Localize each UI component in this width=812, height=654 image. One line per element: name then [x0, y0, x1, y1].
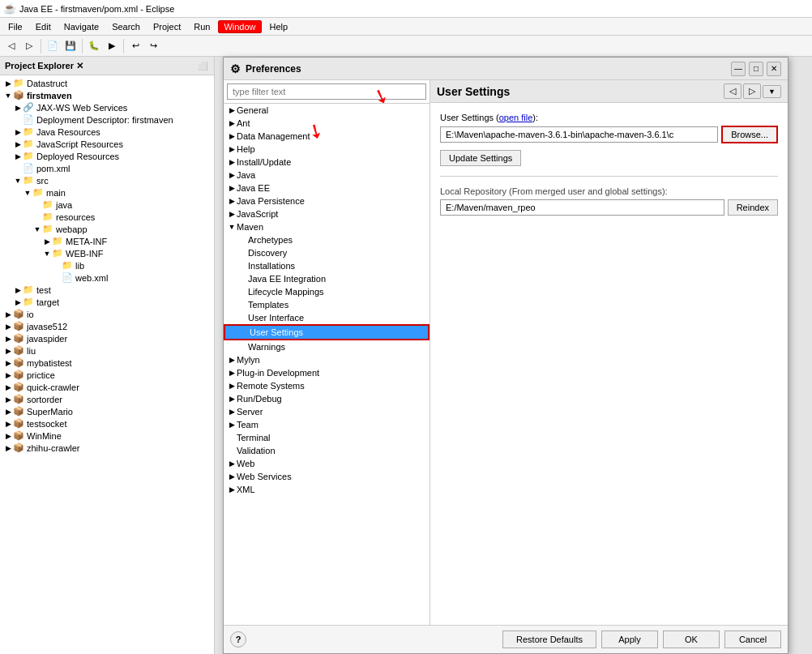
pref-tree-item[interactable]: ▶General — [224, 104, 430, 117]
panel-minimize-btn[interactable]: ⬜ — [196, 59, 209, 72]
toolbar-btn-redo[interactable]: ↪ — [145, 38, 161, 54]
pref-tree-item[interactable]: ▶Java Persistence — [224, 194, 430, 207]
tree-item[interactable]: ▶📦mybatistest — [0, 357, 214, 369]
tree-item[interactable]: ▶📁Deployed Resources — [0, 150, 214, 162]
tree-item[interactable]: ▶📦sortorder — [0, 393, 214, 405]
help-button[interactable]: ? — [230, 631, 246, 648]
pref-tree-item[interactable]: ▶Server — [224, 405, 430, 418]
menu-project[interactable]: Project — [148, 21, 186, 32]
tree-item[interactable]: 📄pom.xml — [0, 162, 214, 174]
tree-item[interactable]: ▶📦testsocket — [0, 417, 214, 430]
restore-defaults-button[interactable]: Restore Defaults — [502, 630, 596, 648]
tree-item[interactable]: 📄Deployment Descriptor: firstmaven — [0, 113, 214, 126]
toolbar-btn-new[interactable]: 📄 — [45, 38, 61, 54]
tree-item[interactable]: 📁lib — [0, 259, 214, 271]
tree-item[interactable]: ▶📦javaspider — [0, 332, 214, 344]
tree-item[interactable]: ▶📦liu — [0, 344, 214, 357]
pref-tree-item[interactable]: Archetypes — [224, 233, 430, 246]
dialog-minimize-btn[interactable]: — — [731, 62, 746, 76]
dialog-bottom-left: ? — [230, 630, 498, 648]
pref-tree-item[interactable]: ▶Web Services — [224, 470, 430, 483]
tree-item[interactable]: ▼📁WEB-INF — [0, 247, 214, 259]
tree-item[interactable]: ▼📁main — [0, 186, 214, 199]
toolbar-btn-debug[interactable]: 🐛 — [86, 38, 102, 54]
menu-navigate[interactable]: Navigate — [59, 21, 104, 32]
tree-item[interactable]: ▶📦prictice — [0, 369, 214, 381]
menu-edit[interactable]: Edit — [31, 21, 56, 32]
pref-tree-item[interactable]: ▶Ant — [224, 117, 430, 130]
pref-tree-item[interactable]: ▶Run/Debug — [224, 392, 430, 405]
toolbar-btn-fwd[interactable]: ▷ — [21, 38, 37, 54]
tree-label: webapp — [56, 224, 88, 234]
tree-item[interactable]: ▶📁test — [0, 284, 214, 296]
pref-tree-item[interactable]: ▶JavaScript — [224, 207, 430, 220]
pref-tree-arrow: ▶ — [227, 119, 237, 127]
pref-tree-item[interactable]: ▶Mylyn — [224, 353, 430, 366]
toolbar-btn-back[interactable]: ◁ — [3, 38, 19, 54]
menu-run[interactable]: Run — [189, 21, 215, 32]
open-file-link[interactable]: open file — [499, 113, 533, 122]
pref-tree-item[interactable]: ▶Java — [224, 169, 430, 182]
pref-nav-back[interactable]: ◁ — [724, 83, 741, 99]
pref-tree-item[interactable]: ▶Web — [224, 457, 430, 470]
tree-item[interactable]: ▼📁src — [0, 174, 214, 186]
tree-item[interactable]: ▶📦javase512 — [0, 320, 214, 332]
menu-file[interactable]: File — [3, 21, 28, 32]
cancel-button[interactable]: Cancel — [724, 630, 781, 648]
pref-tree-item[interactable]: ▶Plug-in Development — [224, 366, 430, 379]
pref-nav-dropdown[interactable]: ▼ — [763, 85, 781, 98]
ok-button[interactable]: OK — [663, 630, 720, 648]
toolbar-btn-run[interactable]: ▶ — [104, 38, 120, 54]
tree-item[interactable]: ▶📦quick-crawler — [0, 381, 214, 393]
pref-nav-fwd[interactable]: ▷ — [743, 83, 761, 99]
browse-button[interactable]: Browse... — [721, 126, 778, 143]
pref-tree-item[interactable]: ▶XML — [224, 483, 430, 496]
tree-item[interactable]: ▶📁target — [0, 296, 214, 308]
local-repo-input[interactable] — [440, 199, 724, 216]
pref-tree-item[interactable]: Discovery — [224, 246, 430, 259]
tree-item[interactable]: ▶📦zhihu-crawler — [0, 442, 214, 454]
tree-item[interactable]: ▶📦io — [0, 308, 214, 320]
user-settings-input[interactable] — [440, 126, 718, 143]
apply-button[interactable]: Apply — [601, 630, 658, 648]
tree-item[interactable]: 📄web.xml — [0, 271, 214, 284]
pref-tree-item[interactable]: Installations — [224, 259, 430, 272]
reindex-button[interactable]: Reindex — [728, 199, 778, 216]
pref-tree-item[interactable]: ▶Java EE — [224, 182, 430, 194]
update-settings-button[interactable]: Update Settings — [440, 150, 521, 166]
pref-tree-item[interactable]: Warnings — [224, 340, 430, 353]
pref-tree-item[interactable]: User Settings — [224, 324, 430, 340]
menu-window[interactable]: Window — [218, 20, 261, 33]
tree-item[interactable]: 📁resources — [0, 211, 214, 223]
pref-tree-item[interactable]: Terminal — [224, 431, 430, 444]
pref-tree-item[interactable]: Templates — [224, 298, 430, 311]
tree-item[interactable]: ▼📦firstmaven — [0, 89, 214, 101]
pref-search-input[interactable] — [227, 83, 426, 100]
pref-tree-item[interactable]: Validation — [224, 444, 430, 457]
dialog-maximize-btn[interactable]: □ — [749, 62, 763, 76]
pref-tree-item[interactable]: ▼Maven — [224, 220, 430, 233]
pref-tree-arrow: ▶ — [227, 145, 237, 153]
tree-item[interactable]: 📁java — [0, 199, 214, 211]
tree-item[interactable]: ▶🔗JAX-WS Web Services — [0, 101, 214, 113]
pref-tree-item[interactable]: ▶Remote Systems — [224, 379, 430, 392]
tree-item[interactable]: ▶📁Java Resources — [0, 126, 214, 138]
tree-item[interactable]: ▶📦SuperMario — [0, 405, 214, 417]
tree-item[interactable]: ▼📁webapp — [0, 223, 214, 235]
toolbar-btn-undo[interactable]: ↩ — [127, 38, 143, 54]
pref-tree-item[interactable]: ▶Install/Update — [224, 156, 430, 169]
dialog-close-btn[interactable]: ✕ — [767, 62, 781, 76]
pref-tree-item[interactable]: ▶Data Management — [224, 130, 430, 143]
pref-tree-item[interactable]: User Interface — [224, 311, 430, 324]
tree-item[interactable]: ▶📁Datastruct — [0, 77, 214, 89]
tree-item[interactable]: ▶📁JavaScript Resources — [0, 138, 214, 150]
menu-search[interactable]: Search — [107, 21, 145, 32]
menu-help[interactable]: Help — [265, 21, 293, 32]
pref-tree-item[interactable]: Java EE Integration — [224, 272, 430, 285]
tree-item[interactable]: ▶📦WinMine — [0, 430, 214, 442]
pref-tree-item[interactable]: ▶Team — [224, 418, 430, 431]
pref-tree-item[interactable]: ▶Help — [224, 143, 430, 156]
pref-tree-item[interactable]: Lifecycle Mappings — [224, 285, 430, 298]
tree-item[interactable]: ▶📁META-INF — [0, 235, 214, 247]
toolbar-btn-save[interactable]: 💾 — [62, 38, 79, 54]
